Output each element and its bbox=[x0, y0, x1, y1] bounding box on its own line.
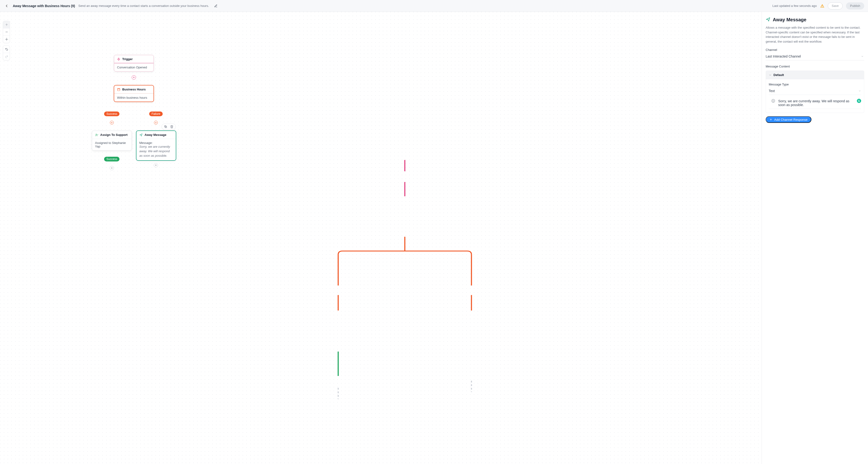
away-msg-text: Sorry, we are currently away. We will re… bbox=[139, 145, 173, 158]
channel-label: Channel bbox=[766, 48, 864, 52]
panel-title: Away Message bbox=[773, 17, 806, 23]
message-type-value: Text bbox=[769, 89, 775, 93]
svg-point-3 bbox=[6, 39, 7, 40]
svg-point-16 bbox=[772, 99, 775, 102]
node-toolbar bbox=[161, 124, 176, 130]
node-subtitle: Conversation Opened bbox=[114, 63, 154, 71]
svg-point-17 bbox=[773, 100, 773, 101]
chevron-down-icon bbox=[769, 74, 772, 76]
node-subtitle: Within business hours bbox=[114, 94, 154, 102]
zoom-in-button[interactable] bbox=[3, 21, 10, 28]
workflow-canvas[interactable]: Trigger Conversation Opened + Business H… bbox=[0, 12, 762, 464]
edit-title-button[interactable] bbox=[213, 3, 218, 8]
recenter-button[interactable] bbox=[3, 36, 10, 43]
back-button[interactable]: back bbox=[4, 3, 9, 9]
add-step-button[interactable]: + bbox=[110, 166, 114, 170]
bolt-icon bbox=[117, 58, 120, 61]
add-step-button[interactable]: + bbox=[154, 121, 158, 125]
workflow-title: Away Message with Business Hours (9) bbox=[13, 4, 75, 8]
add-channel-response-button[interactable]: Add Channel Response bbox=[766, 116, 811, 123]
node-title: Business Hours bbox=[122, 88, 146, 91]
save-button[interactable]: Save bbox=[828, 2, 843, 9]
message-content-label: Message Content bbox=[766, 65, 864, 68]
canvas-tools bbox=[3, 21, 10, 60]
grammarly-badge[interactable]: G bbox=[857, 99, 861, 103]
last-updated-label: Last updated a few seconds ago bbox=[773, 4, 817, 7]
zoom-out-button[interactable] bbox=[3, 28, 10, 35]
add-step-button[interactable]: + bbox=[132, 75, 136, 79]
redo-button[interactable] bbox=[3, 53, 10, 60]
delete-node-button[interactable] bbox=[170, 125, 174, 129]
publish-button[interactable]: Publish bbox=[846, 2, 864, 9]
workflow-subtitle: Send an away message every time a contac… bbox=[79, 4, 209, 7]
branch-success-pill: Success bbox=[104, 111, 119, 116]
channel-value: Last Interacted Channel bbox=[766, 55, 801, 58]
svg-point-13 bbox=[96, 134, 97, 135]
svg-marker-8 bbox=[118, 58, 120, 61]
chevron-down-icon bbox=[858, 90, 861, 92]
emoji-picker-button[interactable] bbox=[771, 99, 775, 104]
node-business-hours[interactable]: Business Hours Within business hours bbox=[114, 85, 154, 102]
default-label: Default bbox=[773, 73, 784, 77]
user-assign-icon bbox=[95, 133, 98, 137]
panel-description: Allows a message with the specified cont… bbox=[766, 25, 864, 44]
add-step-button[interactable]: + bbox=[110, 121, 114, 125]
node-subtitle: Assigned to Stephanie Yap bbox=[92, 139, 131, 150]
node-title: Trigger bbox=[122, 57, 133, 61]
undo-button[interactable] bbox=[3, 46, 10, 53]
node-away-message[interactable]: Away Message Message: Sorry, we are curr… bbox=[136, 131, 176, 161]
pencil-icon bbox=[214, 4, 217, 7]
right-panel: Away Message Allows a message with the s… bbox=[762, 12, 868, 464]
svg-point-18 bbox=[774, 100, 774, 101]
node-trigger[interactable]: Trigger Conversation Opened bbox=[114, 55, 154, 71]
branch-success-pill: Success bbox=[104, 157, 119, 161]
message-type-label: Message Type bbox=[769, 82, 861, 86]
node-title: Assign To Support bbox=[100, 133, 127, 137]
send-icon bbox=[766, 17, 770, 23]
chevron-down-icon bbox=[861, 55, 864, 58]
duplicate-node-button[interactable] bbox=[164, 125, 167, 129]
add-step-button[interactable]: + bbox=[154, 163, 158, 167]
warning-icon[interactable] bbox=[820, 4, 825, 8]
node-assign[interactable]: Assign To Support Assigned to Stephanie … bbox=[92, 131, 132, 151]
channel-select[interactable]: Last Interacted Channel bbox=[766, 53, 864, 60]
away-msg-label: Message: bbox=[139, 141, 173, 145]
plus-icon bbox=[770, 118, 772, 121]
message-type-select[interactable]: Text bbox=[769, 88, 861, 95]
branch-failure-pill: Failure bbox=[149, 111, 163, 116]
calendar-icon bbox=[117, 88, 120, 91]
svg-rect-9 bbox=[118, 88, 120, 91]
app-header: back Away Message with Business Hours (9… bbox=[0, 0, 868, 12]
canvas-wires bbox=[0, 12, 762, 464]
default-accordion-header[interactable]: Default bbox=[766, 71, 864, 79]
node-title: Away Message bbox=[145, 133, 166, 137]
send-icon bbox=[139, 133, 143, 137]
message-text-input[interactable]: Sorry, we are currently away. We will re… bbox=[778, 99, 854, 107]
